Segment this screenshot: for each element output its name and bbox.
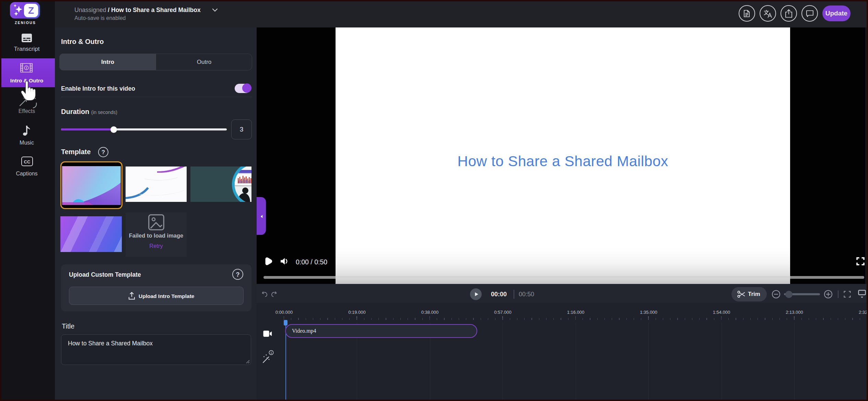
svg-text:Z: Z: [28, 5, 34, 16]
svg-text:CC: CC: [24, 159, 31, 164]
